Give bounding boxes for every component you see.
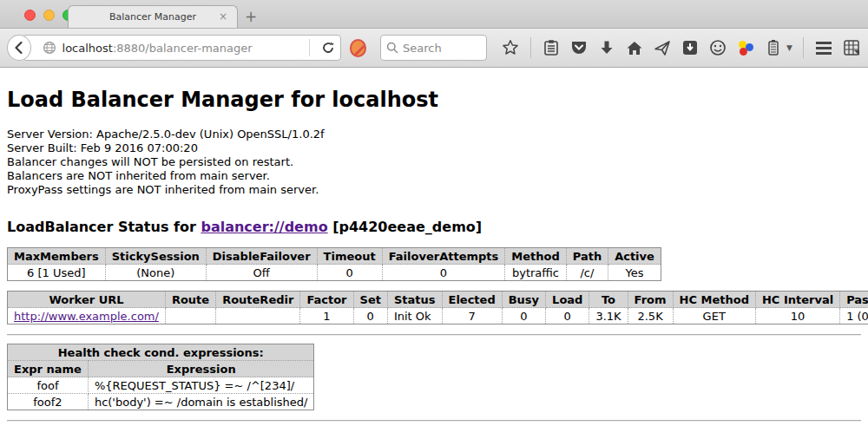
cell-expression: %{REQUEST_STATUS} =~ /^[234]/ <box>88 377 314 394</box>
cell-expr-name: foof2 <box>8 394 89 410</box>
chat-smiley-icon[interactable] <box>708 38 727 57</box>
server-built-line: Server Built: Feb 9 2016 07:00:20 <box>7 141 861 155</box>
col-route: Route <box>165 292 215 308</box>
table-header-row: Worker URL Route RouteRedir Factor Set S… <box>8 292 868 308</box>
table-row: foof %{REQUEST_STATUS} =~ /^[234]/ <box>8 377 314 394</box>
col-method: Method <box>505 248 566 265</box>
send-plane-icon[interactable] <box>653 38 672 57</box>
status-heading-prefix: LoadBalancer Status for <box>7 219 201 235</box>
col-stickysession: StickySession <box>105 248 206 265</box>
col-set: Set <box>353 292 387 308</box>
balancer-demo-link[interactable]: balancer://demo <box>201 219 327 235</box>
video-download-icon[interactable] <box>681 38 700 57</box>
globe-icon <box>43 41 56 55</box>
col-factor: Factor <box>300 292 353 308</box>
col-disablefailover: DisableFailover <box>206 248 317 265</box>
cell-passes: 1 (0) <box>840 308 868 324</box>
cell-disablefailover: Off <box>206 265 317 281</box>
colored-dots <box>738 40 753 56</box>
worker-url-link[interactable]: http://www.example.com/ <box>14 310 159 323</box>
cell-load: 0 <box>546 308 589 324</box>
grid-extension-icon[interactable] <box>842 38 861 57</box>
cell-routeredir <box>216 308 300 324</box>
cell-expr-name: foof <box>8 377 89 394</box>
reload-icon <box>321 41 335 55</box>
cell-path: /c/ <box>566 265 608 281</box>
server-info: Server Version: Apache/2.5.0-dev (Unix) … <box>7 128 861 197</box>
col-expression: Expression <box>88 361 314 377</box>
col-maxmembers: MaxMembers <box>8 248 106 265</box>
cell-set: 0 <box>353 308 387 324</box>
balancer-params-table: MaxMembers StickySession DisableFailover… <box>7 247 661 281</box>
table-row: foof2 hc('body') =~ /domain is establish… <box>8 394 314 410</box>
inherit-warning-line: Balancers are NOT inherited from main se… <box>7 169 861 183</box>
cell-active: Yes <box>608 265 661 281</box>
status-heading-suffix: [p4420eeae_demo] <box>328 219 483 235</box>
health-check-table: Health check cond. expressions: Expr nam… <box>7 344 314 410</box>
col-hc-method: HC Method <box>673 292 755 308</box>
menu-hamburger-icon[interactable] <box>814 38 833 57</box>
url-text[interactable]: localhost:8880/balancer-manager <box>62 42 303 55</box>
balancer-status-heading: LoadBalancer Status for balancer://demo … <box>7 219 861 235</box>
cell-factor: 1 <box>300 308 353 324</box>
new-tab-button[interactable]: + <box>238 5 264 28</box>
reload-button[interactable] <box>316 36 340 60</box>
colored-dots-extension-icon[interactable] <box>736 38 755 57</box>
url-path: :8880/balancer-manager <box>113 42 253 55</box>
browser-window: Balancer Manager × + localhost:8880/bala… <box>0 0 868 426</box>
toolbar-icons: ▼ <box>501 37 861 58</box>
search-input[interactable] <box>403 42 481 55</box>
close-window-button[interactable] <box>24 10 36 21</box>
worker-table: Worker URL Route RouteRedir Factor Set S… <box>7 291 868 324</box>
home-icon[interactable] <box>625 38 644 57</box>
url-domain: localhost <box>62 42 113 55</box>
page-content: Load Balancer Manager for localhost Serv… <box>0 68 868 426</box>
worker-row: http://www.example.com/ 1 0 Init Ok 7 0 … <box>8 308 868 324</box>
col-routeredir: RouteRedir <box>216 292 300 308</box>
col-passes: Passes <box>840 292 868 308</box>
toolbar-separator <box>803 37 804 58</box>
col-worker-url: Worker URL <box>8 292 166 308</box>
reading-list-icon[interactable] <box>542 38 561 57</box>
tab-close-icon[interactable]: × <box>217 10 229 23</box>
cell-elected: 7 <box>442 308 502 324</box>
cell-maxmembers: 6 [1 Used] <box>8 265 106 281</box>
col-hc-interval: HC Interval <box>755 292 839 308</box>
table-title-row: Health check cond. expressions: <box>8 344 314 361</box>
tab-balancer-manager[interactable]: Balancer Manager × <box>68 5 238 28</box>
content-blocked-icon[interactable] <box>350 39 367 57</box>
col-path: Path <box>566 248 608 265</box>
back-arrow-icon <box>12 41 26 55</box>
toolbar-separator <box>530 37 531 58</box>
search-icon <box>386 42 398 54</box>
proxypass-warning-line: ProxyPass settings are NOT inherited fro… <box>7 183 861 197</box>
cell-failoverattempts: 0 <box>382 265 505 281</box>
col-failoverattempts: FailoverAttempts <box>382 248 505 265</box>
col-to: To <box>589 292 628 308</box>
cell-status: Init Ok <box>387 308 442 324</box>
table-row: 6 [1 Used] (None) Off 0 0 bytraffic /c/ … <box>8 265 661 281</box>
minimize-window-button[interactable] <box>43 10 55 21</box>
url-bar[interactable]: localhost:8880/balancer-manager <box>23 35 341 61</box>
downloads-icon[interactable] <box>597 38 616 57</box>
pocket-icon[interactable] <box>569 38 589 57</box>
chevron-down-icon[interactable]: ▼ <box>786 43 792 52</box>
cell-busy: 0 <box>502 308 545 324</box>
cell-stickysession: (None) <box>105 265 206 281</box>
cell-hc-method: GET <box>673 308 755 324</box>
col-status: Status <box>387 292 442 308</box>
server-version-line: Server Version: Apache/2.5.0-dev (Unix) … <box>7 128 861 141</box>
navigation-toolbar: localhost:8880/balancer-manager <box>0 29 868 68</box>
back-button[interactable] <box>7 35 31 61</box>
horizontal-rule <box>7 334 861 336</box>
bookmark-star-icon[interactable] <box>501 38 520 57</box>
col-elected: Elected <box>442 292 502 308</box>
search-bar[interactable] <box>380 35 487 61</box>
battery-extension-icon[interactable] <box>764 38 783 57</box>
cell-hc-interval: 10 <box>755 308 839 324</box>
cell-route <box>165 308 215 324</box>
col-load: Load <box>546 292 589 308</box>
cell-timeout: 0 <box>317 265 382 281</box>
cell-method: bytraffic <box>505 265 566 281</box>
persist-warning-line: Balancer changes will NOT be persisted o… <box>7 155 861 169</box>
